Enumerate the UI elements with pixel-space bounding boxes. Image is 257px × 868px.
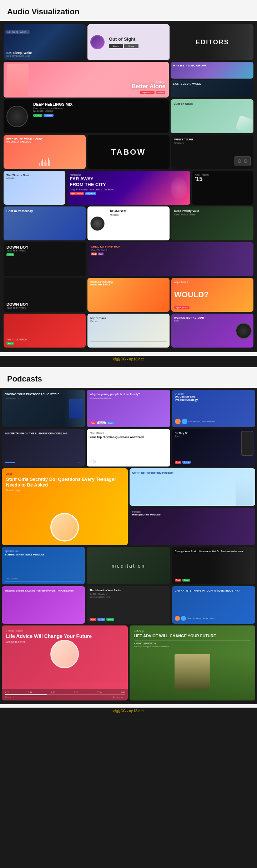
podcast-row-6: 3 Minute Podcast Life Advice Will Change… (2, 625, 255, 702)
audio-row-5: The Time is Now Moloko Motorama FAR AWAY… (2, 171, 255, 206)
audio-row-2: Lykke Li Better Alone Apple Music Deezer… (2, 62, 255, 99)
change-card[interactable]: Change Your Brain: Neuroscientist Dr. An… (172, 547, 255, 584)
hanna-jeffords-card[interactable]: Self-help LIFE ADVICE WILL CHANGE YOUR F… (130, 625, 256, 700)
audio-row-8: THE TOMORROW Spotify Nightmare Fleurie (2, 314, 255, 350)
time-is-now-card[interactable]: The Time is Now Moloko (4, 171, 65, 205)
ui-brief-card[interactable]: UI Brief: UX Design andProduct Strategy … (172, 390, 255, 427)
would-card[interactable]: Apple Music WOULD? Apple Music (171, 278, 253, 312)
trapping-card[interactable]: Trapping Simple & Losing Your Body From … (2, 586, 85, 624)
chill-lofi-hip-hop-card[interactable]: CHILL LO-FI HIP-HOP Music Mix Part 2 Tag… (88, 242, 253, 276)
better-alone-card[interactable]: Lykke Li Better Alone Apple Music Deezer (4, 62, 169, 98)
podcasts-section: Podcasts FINDING YOUR PHOTOGRAPHIC STYLE… (0, 367, 257, 708)
out-of-sight-card[interactable]: Out of Sight Listen Share (87, 24, 170, 60)
human-behaviour-card[interactable]: HUMAN BEHAVIOUR Björk (171, 314, 253, 348)
self-help-card[interactable]: Self-Help Psychology Podcast (130, 468, 256, 506)
podcast-row-1: FINDING YOUR PHOTOGRAPHIC STYLE LINDA MI… (2, 390, 255, 429)
life-advice-card[interactable]: 3 Minute Podcast Life Advice Will Change… (2, 625, 128, 700)
podcast-row-3: 33:05 Stuff Girls Secretly Do| Questions… (2, 468, 255, 547)
podcasts-title: Podcasts (0, 367, 257, 388)
nightmare-card[interactable]: Nightmare Fleurie (87, 314, 170, 348)
do-they-card[interactable]: Do They Tie The... Apple Google (172, 429, 255, 467)
eat-sleep-wake-2-card[interactable]: EAT, SLEEP, WAKE (171, 80, 253, 97)
finding-photo-card[interactable]: FINDING YOUR PHOTOGRAPHIC STYLE LINDA MI… (2, 390, 85, 427)
insider-card[interactable]: INSIDER TRUTH ON THE BUSINESS OF MODELLI… (2, 429, 85, 467)
audio-viz-title: Audio Visualization (0, 0, 257, 21)
alps-card[interactable]: Alps - Album '15 (192, 171, 254, 205)
podcast-row-4: Episode 124: Starting a New SaaS Product… (2, 547, 255, 586)
audio-row-6: Lost in Yesterday REMAGES Mixtape Deep T… (2, 206, 255, 242)
stuff-girls-card[interactable]: 33:05 Stuff Girls Secretly Do| Questions… (2, 468, 128, 545)
eat-sleep-artist: Bombay Bicycle Club (6, 55, 83, 57)
down-boy-card[interactable]: DOWN BOY Yeah Yeah Yeahs Spotify (4, 242, 86, 276)
red-mix-card[interactable]: THE TOMORROW Spotify (4, 314, 86, 348)
audio-row-1: Eat, Sleep, Wake... Eat, Sleep, Wake Bom… (2, 23, 255, 62)
deep-feelings-card[interactable]: DEEP FEELINGS MIX Deep House, Vocal Hous… (4, 99, 169, 133)
audio-row-6b: DOWN BOY Yeah Yeah Yeahs Spotify CHILL L… (2, 242, 255, 278)
far-away-card[interactable]: Motorama FAR AWAYFROM THE CITY Dirty 24 … (67, 171, 190, 205)
internet-card[interactable]: The Internet in Your Pants Ep 012 - Deta… (87, 586, 170, 624)
podcast-watermark: 柚皮CG - up18.net (0, 708, 257, 715)
deep-house-card[interactable]: DEEP HOUSE, VOCAL HOUSE,NU DISCO, CHILLO… (4, 135, 86, 169)
why-lonely-card[interactable]: Why do young people feel so lonely? Mich… (87, 390, 170, 427)
built-on-glass-card[interactable]: Built on Glass (171, 99, 253, 133)
episode-124-card[interactable]: Episode 124: Starting a New SaaS Product… (2, 547, 85, 584)
maybe-tomorrow-card[interactable]: MAYBE TOMORROW (171, 62, 253, 79)
eat-sleep-title: Eat, Sleep, Wake (6, 51, 83, 55)
audio-row-7: DOWN BOY Yeah Yeah Yeahs Chill Lo-Fi Hip… (2, 278, 255, 314)
tabow-card[interactable]: TABOW (87, 135, 170, 169)
out-of-sight-title: Out of Sight (109, 36, 167, 42)
remages-card[interactable]: REMAGES Mixtape (87, 206, 170, 240)
audio-row-3: DEEP FEELINGS MIX Deep House, Vocal Hous… (2, 99, 255, 135)
audio-watermark: 柚皮CG - up18.net (0, 356, 257, 363)
lost-yesterday-card[interactable]: Lost in Yesterday (4, 206, 86, 240)
write-to-me-card[interactable]: WRITE TO ME Scissors (171, 135, 253, 169)
meditation-card[interactable]: meditation (87, 547, 170, 584)
headphones-card[interactable]: Podcast Headphones Podcast (130, 508, 256, 545)
down-boy-2-card[interactable]: DOWN BOY Yeah Yeah Yeahs (4, 278, 86, 312)
can-artists-card[interactable]: CAN ARTISTS THRIVE IN TODAY'S MUSIC INDU… (172, 586, 255, 624)
nutrition-card[interactable]: Elisa Mitchell Your Top Nutrition Questi… (87, 429, 170, 467)
podcast-row-2: INSIDER TRUTH ON THE BUSINESS OF MODELLI… (2, 429, 255, 468)
editors-card[interactable]: EDITORS (171, 24, 253, 60)
eat-sleep-wake-card[interactable]: Eat, Sleep, Wake... Eat, Sleep, Wake Bom… (4, 24, 86, 60)
audio-viz-section: Audio Visualization Eat, Sleep, Wake... … (0, 0, 257, 356)
podcast-row-5: Trapping Simple & Losing Your Body From … (2, 586, 255, 625)
deep-twenty-card[interactable]: Deep Twenty Vol.2 Deep House / Deep (171, 206, 253, 240)
audio-row-4: DEEP HOUSE, VOCAL HOUSE,NU DISCO, CHILLO… (2, 135, 255, 171)
chill-lofi-2-card[interactable]: Chill Lo-Fi Hip-HopMusic Mix Part 2 (87, 278, 170, 312)
